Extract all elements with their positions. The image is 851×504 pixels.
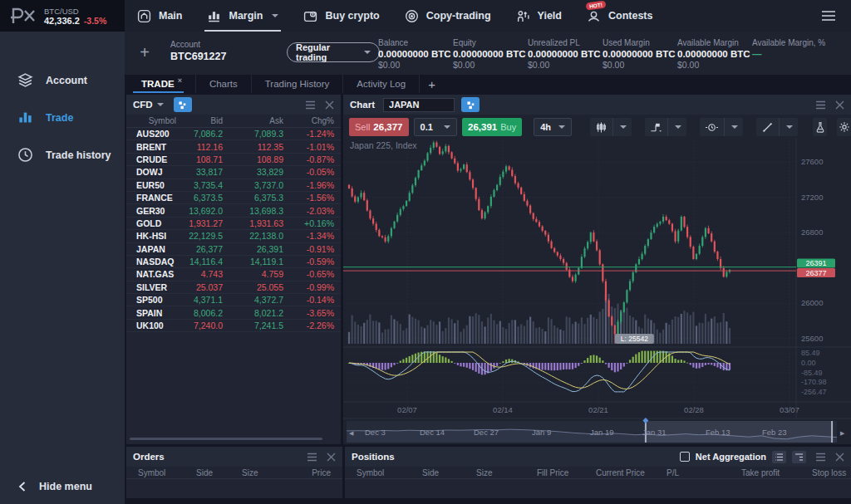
scroll-left-icon[interactable]: ◀ — [349, 430, 354, 436]
y-axis-tick: 26000 — [801, 298, 823, 307]
nav-item-copy-trading[interactable]: Copy-trading — [392, 0, 504, 32]
indicator-axis-tick: -170.98 — [801, 378, 827, 386]
nav-item-main[interactable]: Main — [125, 0, 194, 32]
nav-item-buy-crypto[interactable]: Buy crypto — [291, 0, 391, 32]
scroll-right-icon[interactable]: ▶ — [840, 430, 845, 436]
tab-trade[interactable]: TRADE × — [128, 75, 196, 93]
indicators-button[interactable] — [813, 118, 827, 136]
tab-activity-log[interactable]: Activity Log — [343, 75, 420, 93]
sidebar-item-trade-history[interactable]: Trade history — [0, 136, 125, 174]
watchlist-row-NAT.GAS[interactable]: NAT.GAS4.7434.759-0.65% — [126, 268, 341, 281]
volume-bar — [662, 330, 664, 344]
macd-histogram-bar — [378, 363, 380, 369]
quantity-select[interactable]: 0.1 — [414, 118, 457, 136]
nav-item-margin[interactable]: Margin — [194, 0, 291, 32]
macd-histogram-bar — [662, 351, 664, 363]
watchlist-row-SILVER[interactable]: SILVER25.03725.055-0.99% — [126, 281, 341, 294]
candle-body — [418, 170, 420, 178]
volume-bar — [415, 319, 416, 344]
link-group-button[interactable] — [174, 97, 192, 112]
close-icon[interactable] — [327, 453, 336, 462]
timeframe-select[interactable]: 4h — [534, 118, 572, 136]
macd-histogram-bar — [626, 363, 627, 364]
panel-menu-icon[interactable] — [815, 100, 826, 110]
link-group-button[interactable] — [461, 97, 480, 112]
link-squares-icon — [465, 100, 476, 110]
horizontal-scrollbar[interactable] — [130, 438, 322, 440]
gear-icon — [839, 121, 850, 133]
add-account-button[interactable]: + — [135, 43, 155, 62]
volume-bar — [686, 312, 688, 344]
watchlist-row-EUR50[interactable]: EUR503,735.43,737.0-1.96% — [126, 179, 341, 192]
net-aggregation-checkbox[interactable] — [680, 452, 690, 462]
hide-menu-button[interactable]: Hide menu — [17, 481, 92, 492]
collapse-rows-button[interactable] — [792, 451, 806, 463]
volume-bar — [701, 323, 703, 344]
add-tab-button[interactable]: + — [420, 77, 444, 91]
volume-bar — [478, 315, 480, 344]
sidebar-item-account[interactable]: Account — [0, 61, 125, 99]
brand-logo[interactable] — [8, 7, 37, 25]
chart-settings-button[interactable] — [837, 118, 851, 136]
ticker-widget[interactable]: BTC/USD 42,336.2 -3.5% — [44, 7, 106, 26]
macd-histogram-bar — [396, 363, 398, 364]
watchlist-row-DOWJ[interactable]: DOWJ33,81733,829-0.05% — [126, 166, 341, 179]
volume-bar — [499, 321, 501, 344]
group-by-button[interactable] — [772, 451, 786, 463]
close-icon[interactable] — [835, 100, 844, 110]
drawing-tool-select[interactable] — [756, 118, 798, 136]
margin-chart-icon — [207, 9, 221, 23]
navigator-date-label: Jan 31 — [642, 428, 667, 437]
volume-bar — [411, 317, 413, 344]
column-header: P/L — [667, 468, 741, 477]
change-cell: -1.01% — [283, 142, 334, 152]
price-chart[interactable]: 02/0702/1402/2102/2803/07276002720026800… — [343, 138, 851, 444]
bid-cell: 4,371.1 — [176, 295, 223, 305]
buy-button[interactable]: 26,391 Buy — [462, 118, 522, 136]
watchlist-row-GOLD[interactable]: GOLD1,931.271,931.63+0.16% — [126, 218, 341, 230]
watchlist-row-GER30[interactable]: GER3013,692.013,698.3-2.03% — [126, 204, 341, 217]
panel-menu-icon[interactable] — [307, 453, 317, 462]
workspace-tabs: TRADE × Charts Trading History Activity … — [125, 75, 444, 93]
bid-cell: 112.16 — [176, 142, 223, 152]
instrument-group-select[interactable]: CFD — [133, 100, 153, 110]
trading-mode-select[interactable]: Regular trading — [287, 42, 380, 62]
bid-cell: 8,006.2 — [176, 308, 223, 318]
tab-trading-history[interactable]: Trading History — [252, 75, 344, 93]
watchlist-row-AUS200[interactable]: AUS2007,086.27,089.3-1.24% — [126, 128, 341, 140]
bid-cell: 33,817 — [176, 167, 223, 177]
watchlist-row-SP500[interactable]: SP5004,371.14,372.7-0.14% — [126, 294, 341, 306]
tab-charts[interactable]: Charts — [196, 75, 252, 93]
close-icon[interactable] — [325, 100, 334, 110]
watchlist-row-NASDAQ[interactable]: NASDAQ14,116.414,119.1-0.59% — [126, 256, 341, 268]
time-sync-select[interactable] — [700, 118, 743, 136]
macd-histogram-bar — [590, 355, 592, 363]
panel-menu-icon[interactable] — [305, 100, 316, 110]
panel-menu-icon[interactable] — [815, 453, 826, 462]
compare-select[interactable] — [645, 118, 686, 136]
nav-item-yield[interactable]: Yield — [504, 0, 574, 32]
watchlist-row-BRENT[interactable]: BRENT112.16112.35-1.01% — [126, 140, 341, 153]
ask-cell: 1,931.63 — [223, 218, 283, 228]
watchlist-row-FRANCE[interactable]: FRANCE6,373.56,375.3-1.56% — [126, 192, 341, 204]
stat-available-margin-pct: Available Margin, % — — [752, 37, 844, 71]
macd-histogram-bar — [484, 363, 485, 374]
volume-bar — [572, 324, 573, 344]
menu-button[interactable] — [821, 0, 851, 32]
account-selector[interactable]: Account BTC691227 — [170, 39, 226, 63]
watchlist-row-JAPAN[interactable]: JAPAN26,37726,391-0.91% — [126, 243, 341, 256]
close-tab-icon[interactable]: × — [178, 76, 182, 85]
macd-histogram-bar — [563, 363, 564, 369]
watchlist-row-CRUDE[interactable]: CRUDE108.71108.89-0.87% — [126, 154, 341, 166]
watchlist-row-UK100[interactable]: UK1007,240.07,241.5-2.26% — [126, 320, 341, 332]
close-icon[interactable] — [835, 453, 844, 462]
sell-button[interactable]: Sell 26,377 — [349, 118, 409, 136]
watchlist-row-HK-HSI[interactable]: HK-HSI22,129.522,138.0-1.34% — [126, 230, 341, 242]
nav-item-contests[interactable]: HOT! Contests — [574, 0, 665, 32]
symbol-input[interactable] — [383, 98, 455, 112]
bid-cell: 4.743 — [176, 269, 223, 279]
sidebar-item-trade[interactable]: Trade — [0, 99, 125, 136]
chart-style-select[interactable] — [590, 118, 632, 136]
watchlist-row-SPAIN[interactable]: SPAIN8,006.28,021.2-3.65% — [126, 306, 341, 319]
candle-body — [435, 143, 437, 147]
